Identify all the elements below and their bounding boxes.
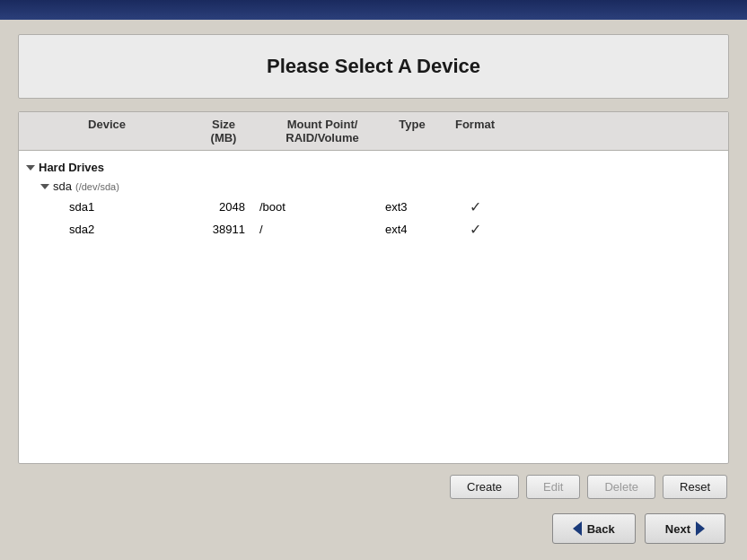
- tree-row-hard-drives[interactable]: Hard Drives: [26, 158, 721, 177]
- expand-hard-drives-icon: [26, 165, 35, 171]
- col-header-format: Format: [439, 118, 511, 144]
- next-arrow-icon: [696, 521, 705, 536]
- sda-sublabel: (/dev/sda): [75, 181, 119, 192]
- sda2-mountpoint: /: [259, 223, 385, 236]
- table-body: Hard Drives sda (/dev/sda) sda1 2048 /bo…: [19, 151, 728, 463]
- delete-button[interactable]: Delete: [587, 475, 655, 499]
- sda2-type: ext4: [385, 223, 439, 236]
- table-row-sda1[interactable]: sda1 2048 /boot ext3 ✓: [26, 196, 721, 218]
- expand-sda-icon: [40, 184, 49, 189]
- table-row-sda2[interactable]: sda2 38911 / ext4 ✓: [26, 218, 721, 241]
- sda1-type: ext3: [385, 200, 439, 214]
- sda-label: sda: [53, 179, 72, 193]
- action-bar: Create Edit Delete Reset: [18, 475, 729, 499]
- create-button[interactable]: Create: [450, 475, 519, 499]
- sda1-size: 2048: [188, 200, 259, 214]
- nav-bar: Back Next: [18, 508, 729, 551]
- table-header: Device Size(MB) Mount Point/RAID/Volume …: [19, 112, 728, 151]
- col-header-type: Type: [385, 118, 439, 144]
- top-bar: [0, 0, 747, 20]
- tree-row-sda[interactable]: sda (/dev/sda): [26, 177, 721, 196]
- reset-button[interactable]: Reset: [663, 475, 727, 499]
- back-arrow-icon: [573, 521, 582, 536]
- next-label: Next: [665, 522, 690, 536]
- back-label: Back: [587, 522, 615, 536]
- sda1-device: sda1: [26, 200, 188, 214]
- next-button[interactable]: Next: [645, 513, 725, 544]
- sda1-format-check: ✓: [470, 199, 481, 214]
- sda1-mountpoint: /boot: [259, 200, 385, 214]
- device-table: Device Size(MB) Mount Point/RAID/Volume …: [18, 111, 729, 464]
- col-header-size: Size(MB): [188, 118, 259, 144]
- sda2-device: sda2: [26, 223, 188, 236]
- sda2-format-check: ✓: [470, 222, 481, 237]
- sda2-format: ✓: [439, 221, 511, 238]
- page-title: Please Select A Device: [37, 55, 710, 78]
- main-area: Please Select A Device Device Size(MB) M…: [0, 20, 747, 560]
- sda2-size: 38911: [188, 223, 259, 236]
- sda1-format: ✓: [439, 198, 511, 215]
- title-section: Please Select A Device: [18, 34, 729, 99]
- edit-button[interactable]: Edit: [526, 475, 580, 499]
- hard-drives-label: Hard Drives: [39, 161, 104, 174]
- back-button[interactable]: Back: [552, 513, 636, 544]
- col-header-device: Device: [26, 118, 188, 144]
- col-header-mountpoint: Mount Point/RAID/Volume: [259, 118, 385, 144]
